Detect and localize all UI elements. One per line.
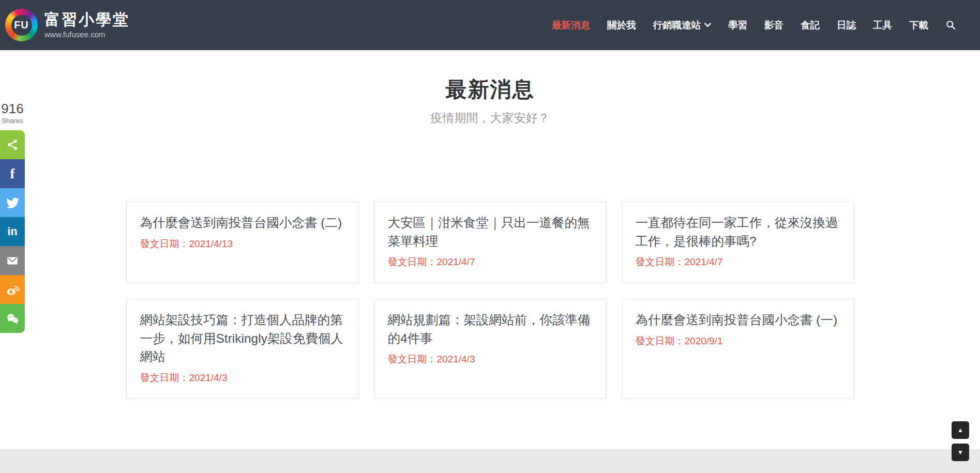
down-triangle-icon: ▼	[957, 449, 963, 456]
post-card[interactable]: 為什麼會送到南投普台國小念書 (二) 發文日期：2021/4/13	[126, 202, 359, 283]
main-nav: 最新消息 關於我 行銷職達站 學習 影音 食記 日誌 工具 下載	[552, 19, 956, 32]
nav-item-label: 日誌	[837, 19, 856, 32]
scroll-down-button[interactable]: ▼	[952, 444, 969, 461]
nav-item-news[interactable]: 最新消息	[552, 19, 590, 32]
post-date: 發文日期：2021/4/7	[636, 255, 840, 269]
post-title[interactable]: 一直都待在同一家工作，從來沒換過工作，是很棒的事嗎?	[636, 213, 840, 250]
post-date: 發文日期：2021/4/13	[140, 237, 345, 251]
search-icon[interactable]	[945, 20, 956, 30]
posts-grid: 為什麼會送到南投普台國小念書 (二) 發文日期：2021/4/13 大安區｜泔米…	[126, 202, 854, 399]
linkedin-glyph: in	[7, 225, 18, 238]
site-name: 富習小學堂	[44, 11, 130, 28]
share-buttons: f in	[0, 130, 25, 333]
chevron-down-icon	[704, 23, 711, 27]
post-title[interactable]: 為什麼會送到南投普台國小念書 (二)	[140, 213, 345, 232]
post-card[interactable]: 為什麼會送到南投普台國小念書 (一) 發文日期：2020/9/1	[622, 299, 854, 399]
share-sidebar: 916 Shares f in	[0, 102, 25, 333]
wechat-icon[interactable]	[0, 304, 25, 333]
share-count-label: Shares	[0, 117, 25, 125]
share-count: 916	[0, 102, 25, 115]
nav-item-tools[interactable]: 工具	[873, 19, 892, 32]
logo-ring-icon: FU	[5, 9, 38, 41]
email-icon[interactable]	[0, 246, 25, 275]
up-triangle-icon: ▲	[957, 426, 963, 434]
nav-item-about[interactable]: 關於我	[607, 19, 636, 32]
site-url: www.fufusee.com	[44, 30, 130, 39]
main-content: 最新消息 疫情期間，大家安好？ 為什麼會送到南投普台國小念書 (二) 發文日期：…	[0, 50, 980, 399]
post-date: 發文日期：2021/4/7	[388, 255, 593, 269]
nav-item-diary[interactable]: 日誌	[837, 19, 856, 32]
post-date: 發文日期：2021/4/3	[140, 371, 345, 385]
post-title[interactable]: 為什麼會送到南投普台國小念書 (一)	[636, 311, 840, 329]
post-date: 發文日期：2020/9/1	[636, 334, 840, 348]
nav-item-label: 影音	[764, 19, 783, 32]
footer-strip	[0, 449, 980, 473]
post-card[interactable]: 一直都待在同一家工作，從來沒換過工作，是很棒的事嗎? 發文日期：2021/4/7	[622, 202, 854, 283]
page-subtitle: 疫情期間，大家安好？	[0, 110, 980, 126]
post-date: 發文日期：2021/4/3	[388, 353, 593, 366]
post-card[interactable]: 網站規劃篇：架設網站前，你該準備的4件事 發文日期：2021/4/3	[374, 299, 607, 399]
post-title[interactable]: 大安區｜泔米食堂｜只出一道餐的無菜單料理	[388, 213, 593, 250]
site-header: FU 富習小學堂 www.fufusee.com 最新消息 關於我 行銷職達站 …	[0, 0, 980, 50]
scroll-up-button[interactable]: ▲	[952, 421, 969, 439]
nav-item-label: 學習	[728, 19, 747, 32]
logo-monogram: FU	[11, 15, 32, 36]
nav-item-marketing-dropdown[interactable]: 行銷職達站	[653, 19, 712, 32]
nav-item-label: 食記	[801, 19, 820, 32]
nav-item-label: 工具	[873, 19, 892, 32]
nav-item-label: 關於我	[607, 19, 636, 32]
twitter-icon[interactable]	[0, 188, 25, 217]
share-icon[interactable]	[0, 130, 25, 159]
nav-item-video[interactable]: 影音	[764, 19, 783, 32]
post-card[interactable]: 網站架設技巧篇：打造個人品牌的第一步，如何用Strikingly架設免費個人網站…	[126, 299, 359, 399]
nav-item-download[interactable]: 下載	[909, 19, 928, 32]
facebook-glyph: f	[10, 166, 15, 182]
nav-item-food[interactable]: 食記	[801, 19, 820, 32]
nav-item-label: 最新消息	[552, 19, 590, 32]
post-title[interactable]: 網站架設技巧篇：打造個人品牌的第一步，如何用Strikingly架設免費個人網站	[140, 311, 345, 366]
nav-item-learn[interactable]: 學習	[728, 19, 747, 32]
facebook-icon[interactable]: f	[0, 159, 25, 188]
nav-item-label: 行銷職達站	[653, 19, 701, 32]
site-title-block: 富習小學堂 www.fufusee.com	[44, 11, 130, 39]
linkedin-icon[interactable]: in	[0, 217, 25, 246]
post-card[interactable]: 大安區｜泔米食堂｜只出一道餐的無菜單料理 發文日期：2021/4/7	[374, 202, 607, 283]
page-title: 最新消息	[0, 78, 980, 102]
site-logo[interactable]: FU 富習小學堂 www.fufusee.com	[5, 9, 130, 41]
post-title[interactable]: 網站規劃篇：架設網站前，你該準備的4件事	[388, 311, 593, 347]
weibo-icon[interactable]	[0, 275, 25, 304]
nav-item-label: 下載	[909, 19, 928, 32]
